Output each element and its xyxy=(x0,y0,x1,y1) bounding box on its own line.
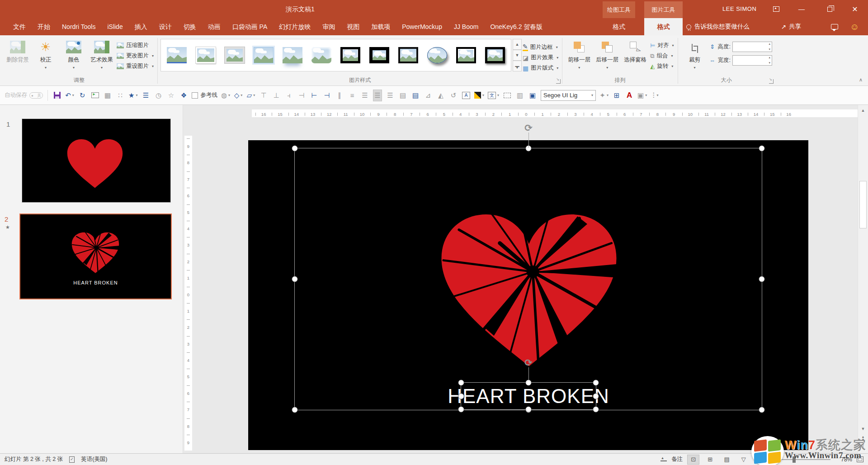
star-outline-icon[interactable]: ☆ xyxy=(166,90,175,101)
tab-review[interactable]: 审阅 xyxy=(316,18,341,35)
gallery-more-button[interactable]: ▼ xyxy=(513,61,522,71)
feedback-smiley-button[interactable]: ☺ xyxy=(850,18,859,35)
picture-layout-button[interactable]: ▦图片版式 xyxy=(523,64,558,72)
picture-style-thumbnail[interactable] xyxy=(395,43,421,67)
tab-file[interactable]: 文件 xyxy=(7,18,32,35)
text-align-left-icon[interactable]: ☰ xyxy=(360,90,369,101)
align-middle-icon[interactable]: ⊥ xyxy=(272,90,281,101)
picture-style-thumbnail[interactable] xyxy=(250,43,277,67)
size-dialog-launcher-icon[interactable] xyxy=(769,79,774,84)
textbox-selection-box[interactable]: HEART BROKEN xyxy=(461,382,596,410)
notes-button[interactable]: 备注 xyxy=(671,456,683,463)
reorder-dots-icon[interactable]: ∷ xyxy=(116,90,125,101)
fit-slide-to-window-button[interactable] xyxy=(857,456,863,462)
picture-style-thumbnail[interactable] xyxy=(164,43,190,67)
previous-slide-button[interactable]: ▲▲ xyxy=(858,434,868,442)
justify-icon[interactable]: ▤ xyxy=(398,90,407,101)
distribute-v-icon[interactable]: ⊣ xyxy=(297,90,306,101)
collapse-ribbon-button[interactable]: ∧ xyxy=(859,77,863,83)
textbox-resize-handle-ne[interactable] xyxy=(593,380,599,386)
share-button[interactable]: ↗ 共享 xyxy=(781,18,801,35)
picture-style-thumbnail[interactable] xyxy=(279,43,306,67)
gallery-scroll-down-button[interactable]: ▼ xyxy=(513,50,522,61)
guides-checkbox[interactable]: 参考线 xyxy=(192,90,217,101)
picture-resize-handle-e[interactable] xyxy=(759,276,765,282)
slide-sorter-icon[interactable]: ▦ xyxy=(103,90,112,101)
next-slide-button[interactable]: ▼▼ xyxy=(858,443,868,451)
gallery-scroll-up-button[interactable]: ▲ xyxy=(513,39,522,50)
picture-layout-small-icon[interactable]: ▣ xyxy=(637,90,647,101)
undo-button[interactable]: ↶ xyxy=(65,90,74,101)
picture-resize-handle-nw[interactable] xyxy=(292,146,298,152)
distribute-h-icon[interactable]: ⫞ xyxy=(284,90,293,101)
vertical-scrollbar[interactable]: ▲ ▼ ▲▲ ▼▼ xyxy=(858,105,868,453)
tab-onekey[interactable]: OneKey6.2 贺春版 xyxy=(484,18,548,35)
zoom-slider[interactable] xyxy=(763,459,830,460)
crop-button[interactable]: 裁剪 xyxy=(681,37,709,77)
align-button[interactable]: ⊨对齐 xyxy=(650,42,674,49)
text-align-center-icon[interactable]: ☰ xyxy=(373,90,382,101)
reading-view-button[interactable]: ▤ xyxy=(721,455,733,465)
flip-horizontal-icon[interactable]: ◭ xyxy=(436,90,445,101)
text-align-right-icon[interactable]: ☰ xyxy=(386,90,395,101)
align-top-icon[interactable]: ⊤ xyxy=(259,90,268,101)
star-animation-button[interactable]: ★ xyxy=(128,90,137,101)
width-input[interactable] xyxy=(732,55,772,66)
rotate-button[interactable]: ◭旋转 xyxy=(650,62,674,70)
tab-view[interactable]: 视图 xyxy=(341,18,365,35)
language-indicator[interactable]: 英语(美国) xyxy=(81,456,107,463)
picture-style-thumbnail[interactable] xyxy=(424,43,450,67)
text-effects-icon[interactable]: ✦ xyxy=(599,90,609,101)
start-slideshow-button[interactable] xyxy=(90,90,99,101)
textbox-rotate-handle-icon[interactable]: ⟳ xyxy=(524,357,533,368)
picture-style-thumbnail[interactable] xyxy=(308,43,335,67)
picture-style-thumbnail[interactable] xyxy=(366,43,392,67)
picture-resize-handle-se[interactable] xyxy=(759,407,765,413)
remove-background-button[interactable]: 删除背景 xyxy=(4,37,32,77)
minimize-button[interactable]: — xyxy=(794,0,809,18)
height-input[interactable] xyxy=(732,42,772,52)
scroll-down-arrow-icon[interactable]: ▼ xyxy=(858,424,868,433)
animation-pane-icon[interactable]: ☰ xyxy=(141,90,150,101)
slide-caption-text[interactable]: HEART BROKEN xyxy=(448,385,609,408)
zoom-level[interactable]: 78% xyxy=(835,456,852,463)
align-right-edge-icon[interactable]: ⊣ xyxy=(322,90,331,101)
tab-slideshow[interactable]: 幻灯片放映 xyxy=(273,18,316,35)
send-backward-button[interactable]: 后移一层 xyxy=(593,37,621,77)
scrollbar-thumb[interactable] xyxy=(859,181,867,228)
align-left-edge-icon[interactable]: ⊢ xyxy=(310,90,319,101)
zoom-out-button[interactable]: − xyxy=(754,456,758,463)
spellcheck-icon[interactable] xyxy=(69,456,75,463)
picture-style-thumbnail[interactable] xyxy=(482,43,508,67)
close-button[interactable]: ✕ xyxy=(847,0,863,18)
tab-jjboom[interactable]: JJ Boom xyxy=(448,18,484,35)
rotate-object-icon[interactable]: ↺ xyxy=(449,90,458,101)
picture-resize-handle-ne[interactable] xyxy=(759,146,765,152)
textbox-resize-handle-sw[interactable] xyxy=(458,407,464,413)
slide-1-thumbnail[interactable] xyxy=(22,119,171,203)
reset-picture-button[interactable]: 重设图片 xyxy=(117,62,154,70)
toolbar-more-button[interactable]: ᎒ xyxy=(651,90,660,101)
textbox-resize-handle-se[interactable] xyxy=(593,407,599,413)
textbox-resize-handle-nw[interactable] xyxy=(458,380,464,386)
slideshow-view-button[interactable]: ▽ xyxy=(737,455,750,465)
ribbon-display-options-button[interactable] xyxy=(769,0,784,18)
autosave-toggle[interactable]: 自动保存 关 xyxy=(5,91,43,99)
restore-button[interactable] xyxy=(822,0,837,18)
corrections-button[interactable]: ☀ 校正 xyxy=(32,37,60,77)
tab-design[interactable]: 设计 xyxy=(153,18,178,35)
edit-points-icon[interactable]: ▱ xyxy=(246,90,255,101)
picture-styles-dialog-launcher-icon[interactable] xyxy=(556,79,561,84)
picture-style-thumbnail[interactable] xyxy=(337,43,363,67)
picture-effects-button[interactable]: ◪图片效果 xyxy=(523,54,558,62)
edit-shape-icon[interactable]: ◇ xyxy=(234,90,243,101)
timing-icon[interactable]: ◷ xyxy=(154,90,163,101)
textbox-resize-handle-s[interactable] xyxy=(526,407,532,413)
picture-border-button[interactable]: ✎图片边框 xyxy=(523,43,558,51)
tab-insert[interactable]: 插入 xyxy=(129,18,153,35)
stack-v-icon[interactable]: ∥ xyxy=(335,90,344,101)
tab-format-picture-selected[interactable]: 格式 xyxy=(644,18,683,35)
picture-resize-handle-w[interactable] xyxy=(292,276,298,282)
font-cjk-icon[interactable]: 文 xyxy=(488,90,499,101)
shapes-icon[interactable]: ❖ xyxy=(179,90,188,101)
